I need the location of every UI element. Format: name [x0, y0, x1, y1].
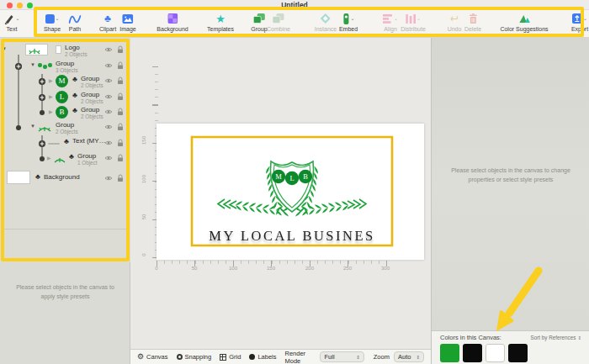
lock-icon[interactable] — [117, 174, 124, 182]
layer-row-group-b[interactable]: ▶ B ♣ Group 2 Objects — [0, 105, 130, 120]
ruler-label: 0 — [155, 266, 157, 271]
club-icon: ♣ — [72, 75, 77, 83]
layer-row-group-l[interactable]: ▶ L ♣ Group 2 Objects — [0, 90, 130, 105]
visibility-eye-icon[interactable] — [104, 93, 113, 100]
labels-toggle[interactable]: Labels — [249, 353, 276, 361]
embed-button[interactable]: ⌄ Embed — [339, 12, 358, 32]
visibility-eye-icon[interactable] — [104, 46, 113, 53]
export-button[interactable]: ⌄ Export — [571, 12, 588, 32]
path-curve-icon — [69, 13, 82, 24]
disclosure-triangle-icon[interactable]: ▶ — [47, 155, 51, 161]
layer-row-group-m[interactable]: ▶ M ♣ Group 2 Objects — [0, 74, 130, 89]
club-icon: ♣ — [64, 137, 69, 145]
monogram-badge: B — [56, 106, 68, 119]
lock-icon[interactable] — [117, 61, 124, 70]
text-tool-button[interactable]: ⌄ Text — [3, 12, 19, 32]
artboard[interactable]: M L B MY LOCAL BUSINES — [157, 124, 424, 260]
club-icon: ♣ — [72, 91, 77, 99]
background-button[interactable]: Background — [157, 12, 188, 32]
clipart-club-icon: ♣ — [104, 13, 111, 24]
toolbar-label: Clipart — [99, 26, 116, 32]
snapping-toggle[interactable]: Snapping — [177, 353, 212, 361]
toolbar-label: Combine — [267, 26, 290, 32]
toolbar-label: Path — [69, 26, 82, 32]
lock-icon[interactable] — [117, 108, 124, 116]
layer-row-logo[interactable]: ▼ Logo 2 Objects — [0, 43, 130, 58]
lock-icon[interactable] — [117, 154, 124, 162]
toolbar-label: Image — [119, 26, 135, 32]
canvas-area[interactable]: 150 100 50 0 0 50 100 150 200 250 300 — [130, 38, 431, 349]
layer-row-group[interactable]: ▼ Group 3 Objects — [0, 59, 130, 74]
zoom-select[interactable]: Auto⇕ — [394, 351, 424, 362]
color-swatch-black[interactable] — [463, 344, 482, 362]
club-icon: ♣ — [35, 172, 40, 181]
layer-row-group[interactable]: ▼ Group 2 Objects — [0, 120, 130, 135]
colors-header: Colors in this Canvas: — [440, 334, 501, 341]
layer-row-background[interactable]: ♣ Background — [0, 170, 130, 187]
render-mode-label: Render Mode — [285, 350, 316, 364]
lock-icon[interactable] — [117, 123, 124, 131]
shape-tool-button[interactable]: ⌄ Shape — [44, 12, 61, 32]
lock-icon[interactable] — [117, 139, 124, 147]
combine-button: Combine — [267, 12, 290, 32]
labels-icon — [249, 354, 255, 360]
color-swatch-black[interactable] — [508, 344, 528, 362]
club-icon: ♣ — [72, 106, 77, 114]
templates-button[interactable]: ★ Templates — [207, 12, 234, 32]
render-mode-select[interactable]: Full⇕ — [320, 351, 363, 362]
toolbar-label: Shape — [44, 26, 61, 32]
chevron-down-icon: ⌄ — [417, 16, 421, 21]
toolbar-label: Embed — [339, 26, 358, 32]
ruler-label: 200 — [305, 266, 314, 271]
color-swatch-white[interactable] — [486, 344, 505, 362]
disclosure-triangle-icon[interactable]: ▶ — [49, 108, 53, 114]
disclosure-triangle-icon[interactable]: ▼ — [2, 46, 7, 51]
instance-button: Instance — [315, 12, 337, 32]
color-swatches — [440, 344, 581, 362]
document-icon — [56, 45, 61, 54]
color-swatch-green[interactable] — [440, 344, 459, 362]
visibility-eye-icon[interactable] — [104, 108, 113, 115]
disclosure-triangle-icon[interactable]: ▼ — [30, 62, 35, 67]
disclosure-triangle-icon[interactable]: ▼ — [30, 124, 35, 129]
image-button[interactable]: Image — [119, 12, 135, 32]
visibility-eye-icon[interactable] — [104, 124, 113, 130]
grid-toggle[interactable]: Grid — [220, 353, 241, 361]
toggle-label: Labels — [257, 353, 276, 361]
select-arrows-icon: ⇕ — [577, 335, 581, 340]
visibility-eye-icon[interactable] — [104, 62, 113, 69]
sort-by-references-control[interactable]: Sort by References⇕ — [530, 335, 581, 340]
layer-row-group[interactable]: ▶ ♣ Group 1 Object — [0, 151, 130, 166]
disclosure-triangle-icon[interactable]: ▶ — [49, 93, 53, 99]
ruler-label: 50 — [141, 211, 146, 223]
toolbar-label: Group — [251, 26, 267, 32]
lock-icon[interactable] — [117, 92, 124, 101]
layer-object-count: 2 Objects — [65, 51, 88, 57]
export-icon — [572, 13, 582, 24]
monogram-badge: M — [56, 75, 68, 87]
render-mode-value: Full — [324, 353, 334, 361]
logo-artwork: M L B MY LOCAL BUSINES — [157, 124, 424, 260]
layer-title: Group — [56, 60, 74, 67]
toolbar-label: Export — [571, 26, 588, 32]
path-tool-button[interactable]: Path — [69, 12, 82, 32]
distribute-icon — [406, 14, 416, 24]
ruler-label: 0 — [141, 249, 146, 261]
layer-row-text[interactable]: ♣ Text (MY… — [0, 136, 130, 151]
canvas-toggle[interactable]: ⚙Canvas — [137, 353, 168, 361]
visibility-eye-icon[interactable] — [104, 175, 113, 182]
group-button[interactable]: Group — [251, 12, 267, 32]
visibility-eye-icon[interactable] — [104, 140, 113, 146]
ruler-label: 50 — [192, 266, 198, 271]
toggle-label: Canvas — [146, 353, 167, 361]
lock-icon[interactable] — [117, 76, 124, 85]
clipart-button[interactable]: ♣ Clipart — [99, 12, 116, 32]
disclosure-triangle-icon[interactable]: ▶ — [49, 77, 53, 83]
visibility-eye-icon[interactable] — [104, 77, 113, 84]
visibility-eye-icon[interactable] — [104, 155, 113, 161]
color-suggestions-button[interactable]: Color Suggestions — [500, 12, 548, 32]
grid-icon — [220, 354, 226, 361]
color-suggestions-icon — [518, 13, 530, 24]
chevron-down-icon: ⌄ — [350, 16, 354, 21]
lock-icon[interactable] — [117, 45, 124, 54]
